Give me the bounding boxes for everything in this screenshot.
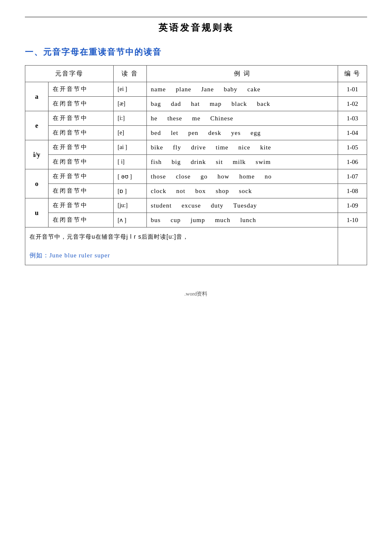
pron-cell: [ i] [113, 155, 146, 169]
pronunciation-table: 元音字母 读 音 例 词 编 号 a 在开音节中 [ei ] name plan… [25, 65, 367, 265]
code-cell: 1-07 [338, 169, 367, 184]
context-cell: 在开音节中 [48, 111, 113, 126]
note-row: 在开音节中，元音字母u在辅音字母j l r s后面时读[u:]音， 例如：Jun… [25, 227, 367, 265]
context-cell: 在闭音节中 [48, 97, 113, 111]
table-row: u 在开音节中 [ju:] student excuse duty Tuesda… [25, 198, 367, 213]
context-cell: 在闭音节中 [48, 126, 113, 140]
note-examples: 例如：June blue ruler super [29, 249, 334, 262]
pron-cell: [i:] [113, 111, 146, 126]
context-cell: 在闭音节中 [48, 155, 113, 169]
code-cell: 1-03 [338, 111, 367, 126]
code-cell: 1-08 [338, 184, 367, 198]
example-cell: name plane Jane baby cake [146, 82, 338, 97]
example-cell: he these me Chinese [146, 111, 338, 126]
code-cell: 1-10 [338, 213, 367, 227]
code-cell: 1-05 [338, 140, 367, 155]
table-row: 在闭音节中 [ɒ ] clock not box shop sock 1-08 [25, 184, 367, 198]
code-cell: 1-06 [338, 155, 367, 169]
context-cell: 在开音节中 [48, 140, 113, 155]
col-header-code: 编 号 [338, 66, 367, 82]
table-row: 在闭音节中 [ʌ ] bus cup jump much lunch 1-10 [25, 213, 367, 227]
vowel-cell-iy: i/y [25, 140, 49, 169]
example-cell: bus cup jump much lunch [146, 213, 338, 227]
example-cell: bed let pen desk yes egg [146, 126, 338, 140]
context-cell: 在闭音节中 [48, 213, 113, 227]
context-cell: 在开音节中 [48, 198, 113, 213]
note-cell: 在开音节中，元音字母u在辅音字母j l r s后面时读[u:]音， 例如：Jun… [25, 227, 338, 265]
context-cell: 在开音节中 [48, 169, 113, 184]
code-cell: 1-04 [338, 126, 367, 140]
context-cell: 在闭音节中 [48, 184, 113, 198]
table-row: e 在开音节中 [i:] he these me Chinese 1-03 [25, 111, 367, 126]
context-cell: 在开音节中 [48, 82, 113, 97]
example-cell: fish big drink sit milk swim [146, 155, 338, 169]
table-row: 在闭音节中 [e] bed let pen desk yes egg 1-04 [25, 126, 367, 140]
page-title: 英语发音规则表 [25, 22, 367, 34]
code-cell: 1-02 [338, 97, 367, 111]
col-header-example: 例 词 [146, 66, 338, 82]
pron-cell: [ əʊ ] [113, 169, 146, 184]
pron-cell: [ju:] [113, 198, 146, 213]
code-cell: 1-01 [338, 82, 367, 97]
example-cell: those close go how home no [146, 169, 338, 184]
col-header-pron: 读 音 [113, 66, 146, 82]
table-row: o 在开音节中 [ əʊ ] those close go how home n… [25, 169, 367, 184]
example-cell: bag dad hat map black back [146, 97, 338, 111]
pron-cell: [ʌ ] [113, 213, 146, 227]
footer: .word资料 [25, 290, 367, 298]
pron-cell: [ɒ ] [113, 184, 146, 198]
example-cell: bike fly drive time nice kite [146, 140, 338, 155]
pron-cell: [ei ] [113, 82, 146, 97]
vowel-cell-u: u [25, 198, 49, 227]
vowel-cell-o: o [25, 169, 49, 198]
table-row: 在闭音节中 [ i] fish big drink sit milk swim … [25, 155, 367, 169]
pron-cell: [ai ] [113, 140, 146, 155]
pron-cell: [æ] [113, 97, 146, 111]
table-row: a 在开音节中 [ei ] name plane Jane baby cake … [25, 82, 367, 97]
example-cell: clock not box shop sock [146, 184, 338, 198]
table-row: 在闭音节中 [æ] bag dad hat map black back 1-0… [25, 97, 367, 111]
vowel-cell-e: e [25, 111, 49, 140]
note-text: 在开音节中，元音字母u在辅音字母j l r s后面时读[u:]音， [29, 231, 334, 242]
table-row: i/y 在开音节中 [ai ] bike fly drive time nice… [25, 140, 367, 155]
note-code-empty [338, 227, 367, 265]
section-title: 一、元音字母在重读音节中的读音 [25, 46, 367, 58]
col-header-vowel: 元音字母 [25, 66, 114, 82]
vowel-cell-a: a [25, 82, 49, 111]
example-cell: student excuse duty Tuesday [146, 198, 338, 213]
pron-cell: [e] [113, 126, 146, 140]
code-cell: 1-09 [338, 198, 367, 213]
